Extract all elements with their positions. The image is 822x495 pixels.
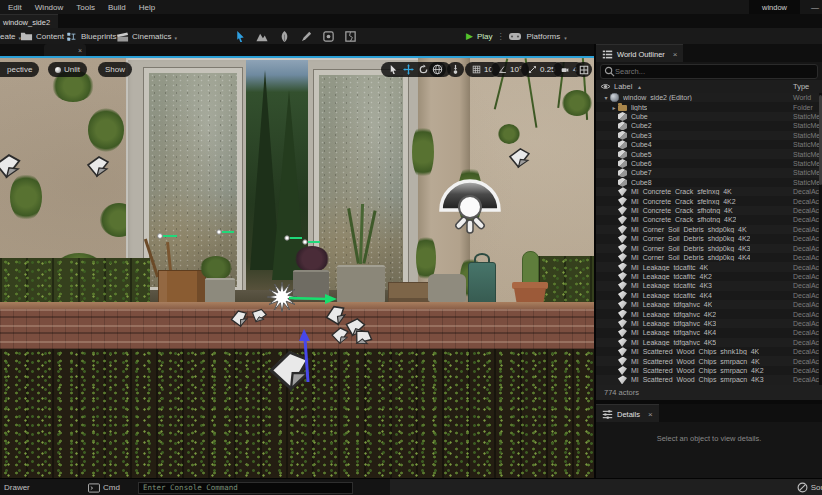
landscape-mode-button[interactable] <box>255 29 269 43</box>
actor-label: MI_Scattered_Wood_Chips_smrpacn_4K2 <box>631 367 764 374</box>
outliner-row[interactable]: ▸ lights Folder <box>596 102 822 111</box>
outliner-row[interactable]: MI_Leakage_tdfgahvc_4K3 DecalActor <box>596 319 822 328</box>
outliner-row[interactable]: MI_Leakage_tdfgahvc_4K DecalActor <box>596 300 822 309</box>
actor-label: MI_Leakage_tdcafitc_4K4 <box>631 292 712 299</box>
outliner-row[interactable]: MI_Leakage_tdcafitc_4K3 DecalActor <box>596 281 822 290</box>
type-column-header[interactable]: Type <box>793 82 809 91</box>
outliner-row[interactable]: MI_Scattered_Wood_Chips_smrpacn_4K Decal… <box>596 356 822 365</box>
asset-tab-window-side2[interactable]: window_side2 <box>0 14 58 29</box>
outliner-row[interactable]: MI_Scattered_Wood_Chips_smrpacn_4K2 Deca… <box>596 366 822 375</box>
outliner-row[interactable]: MI_Scattered_Wood_Chips_smrpacn_4K3 Deca… <box>596 375 822 384</box>
outliner-row[interactable]: Cube StaticMesh <box>596 112 822 121</box>
world-local-toggle[interactable] <box>429 62 446 77</box>
cinematics-button[interactable]: Cinematics▾ <box>116 28 177 44</box>
outliner-row[interactable]: Cube3 StaticMesh <box>596 131 822 140</box>
outliner-row[interactable]: Cube6 StaticMesh <box>596 159 822 168</box>
console-command-input[interactable] <box>138 482 353 494</box>
create-button[interactable]: eate▾ <box>0 28 21 44</box>
outliner-row[interactable]: MI_Corner_Soil_Debris_shdp0kg_4K4 DecalA… <box>596 253 822 262</box>
row-expander[interactable]: ▸ <box>610 104 618 111</box>
maximize-viewport-button[interactable] <box>575 62 592 77</box>
actor-type-icon <box>618 187 627 196</box>
outliner-row[interactable]: MI_Corner_Soil_Debris_shdp0kg_4K2 DecalA… <box>596 234 822 243</box>
minimize-button[interactable]: — <box>811 0 819 14</box>
outliner-row[interactable]: MI_Leakage_tdfgahvc_4K2 DecalActor <box>596 309 822 318</box>
outliner-row[interactable]: MI_Concrete_Crack_sfelnxg_4K2 DecalActor <box>596 196 822 205</box>
label-column-header[interactable]: Label <box>614 82 632 91</box>
search-input[interactable] <box>600 64 818 79</box>
select-mode-button[interactable] <box>233 29 247 43</box>
perspective-button[interactable]: pective <box>0 62 39 77</box>
view-mode-button[interactable]: Unlit <box>48 62 87 77</box>
outliner-row[interactable]: Cube7 StaticMesh <box>596 168 822 177</box>
menu-item[interactable]: Help <box>137 3 157 12</box>
close-icon[interactable]: × <box>78 47 82 54</box>
brush-editing-mode-button[interactable] <box>299 29 313 43</box>
lit-sphere-icon <box>55 67 61 73</box>
menu-item[interactable]: Window <box>33 3 65 12</box>
outliner-row[interactable]: Cube5 StaticMesh <box>596 149 822 158</box>
outliner-row[interactable]: Cube4 StaticMesh <box>596 140 822 149</box>
content-drawer-button[interactable]: Content▾ <box>20 28 70 44</box>
mesh-paint-mode-button[interactable] <box>321 29 335 43</box>
outliner-row[interactable]: Cube2 StaticMesh <box>596 121 822 130</box>
move-tool-icon[interactable] <box>403 64 414 75</box>
outliner-row[interactable]: MI_Leakage_tdfgahvc_4K4 DecalActor <box>596 328 822 337</box>
actor-label: Cube2 <box>631 122 652 129</box>
menu-item[interactable]: Edit <box>6 3 24 12</box>
actor-label: Cube7 <box>631 169 652 176</box>
outliner-row[interactable]: MI_Leakage_tdcafitc_4K2 DecalActor <box>596 272 822 281</box>
outliner-row[interactable]: MI_Leakage_tdfgahvc_4K5 DecalActor <box>596 338 822 347</box>
details-tabbar: Details × <box>596 404 822 422</box>
outliner-row[interactable]: MI_Corner_Soil_Debris_shdp0kg_4K DecalAc… <box>596 225 822 234</box>
actor-label: MI_Concrete_Crack_sfelnxg_4K <box>631 188 732 195</box>
viewport-3d[interactable]: pective Unlit Show 10 10° 0.25 4 <box>0 56 594 478</box>
cmd-selector[interactable]: Cmd <box>88 479 120 495</box>
gizmo-and-sprite-overlay[interactable] <box>0 58 594 478</box>
outliner-row[interactable]: MI_Concrete_Crack_sfhotng_4K DecalActor <box>596 206 822 215</box>
outliner-row[interactable]: ▾ window_side2 (Editor) World <box>596 93 822 102</box>
viewport-tab[interactable]: × <box>44 44 86 56</box>
outliner-row[interactable]: MI_Leakage_tdcafitc_4K4 DecalActor <box>596 291 822 300</box>
actor-label: MI_Leakage_tdfgahvc_4K3 <box>631 320 716 327</box>
outliner-row[interactable]: MI_Concrete_Crack_sfhotng_4K2 DecalActor <box>596 215 822 224</box>
outliner-row[interactable]: MI_Leakage_tdcafitc_4K DecalActor <box>596 262 822 271</box>
actor-label: MI_Leakage_tdcafitc_4K3 <box>631 282 712 289</box>
editor-modes-group <box>233 29 357 43</box>
outliner-column-header[interactable]: Label ▴ Type <box>596 80 822 94</box>
details-empty-state: Select an object to view details. <box>596 422 822 478</box>
content-drawer-toggle[interactable]: Drawer <box>4 479 30 495</box>
play-button[interactable]: ▶ <box>466 31 473 41</box>
console-icon <box>88 483 100 493</box>
scale-snap-icon <box>528 65 537 74</box>
source-control-status[interactable]: Sou <box>797 479 822 495</box>
foliage-mode-button[interactable] <box>277 29 291 43</box>
actor-type: DecalActor <box>793 245 822 252</box>
select-tool-icon[interactable] <box>388 64 399 75</box>
close-icon[interactable]: × <box>648 410 653 419</box>
menu-item[interactable]: Tools <box>74 3 97 12</box>
tab-details[interactable]: Details × <box>596 404 659 423</box>
fracture-mode-button[interactable] <box>343 29 357 43</box>
surface-snap-toggle[interactable] <box>447 62 464 77</box>
show-button[interactable]: Show <box>98 62 132 77</box>
play-options-icon[interactable]: ⋮ <box>496 32 504 41</box>
window-title[interactable]: window <box>749 0 800 14</box>
menu-item[interactable]: Build <box>106 3 128 12</box>
actor-type: StaticMesh <box>793 160 822 167</box>
outliner-row[interactable]: MI_Corner_Soil_Debris_shdp0kg_4K3 DecalA… <box>596 244 822 253</box>
outliner-row[interactable]: MI_Scattered_Wood_Chips_shnk1bg_4K Decal… <box>596 347 822 356</box>
rotate-tool-icon[interactable] <box>418 64 429 75</box>
eye-icon[interactable] <box>600 82 611 91</box>
actor-type: Folder <box>793 104 813 111</box>
close-icon[interactable]: × <box>673 50 678 59</box>
outliner-row[interactable]: Cube8 StaticMesh <box>596 178 822 187</box>
play-label[interactable]: Play <box>477 32 493 41</box>
outliner-row[interactable]: MI_Concrete_Crack_sfelnxg_4K DecalActor <box>596 187 822 196</box>
blueprints-icon <box>66 30 78 43</box>
actor-type-icon <box>618 206 627 215</box>
platforms-button[interactable]: Platforms <box>526 32 560 41</box>
tab-world-outliner[interactable]: World Outliner × <box>596 44 683 63</box>
row-expander[interactable]: ▾ <box>602 94 610 101</box>
blueprints-button[interactable]: Blueprints▾ <box>66 28 122 44</box>
